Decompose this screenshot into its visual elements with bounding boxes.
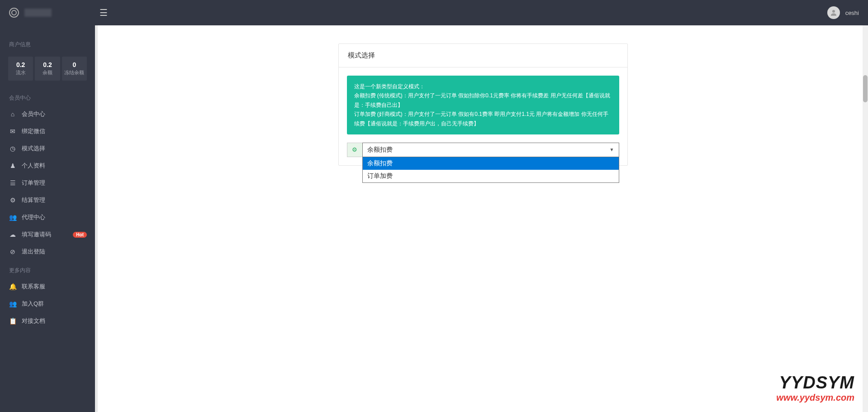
gear-icon: ⚙: [347, 143, 362, 157]
nav-logout[interactable]: ⊘退出登陆: [0, 243, 95, 260]
cogs-icon: ⚙: [9, 196, 16, 204]
nav-docs[interactable]: 📋对接文档: [0, 312, 95, 330]
group-icon: 👥: [9, 300, 16, 307]
cloud-icon: ☁: [9, 231, 16, 238]
bell-icon: 🔔: [9, 283, 16, 290]
hot-badge: Hot: [73, 232, 87, 238]
section-more: 更多内容: [0, 263, 95, 278]
stat-frozen[interactable]: 0 冻结余额: [62, 57, 87, 81]
mode-dropdown: 余额扣费 订单加费: [362, 157, 619, 183]
nav-profile[interactable]: ♟个人资料: [0, 157, 95, 174]
home-icon: ⌂: [9, 110, 16, 118]
main-content: 模式选择 这是一个新类型自定义模式： 余额扣费 (传统模式)：用户支付了一元订单…: [95, 25, 868, 412]
panel-title: 模式选择: [339, 44, 627, 67]
nav-support[interactable]: 🔔联系客服: [0, 278, 95, 295]
stat-flow[interactable]: 0.2 流水: [8, 57, 33, 81]
logo-area: [9, 8, 95, 18]
user-name: ceshi: [845, 10, 859, 16]
info-alert: 这是一个新类型自定义模式： 余额扣费 (传统模式)：用户支付了一元订单 假如扣除…: [347, 76, 619, 134]
top-header: ☰ ceshi: [0, 0, 868, 25]
chevron-down-icon: ▼: [610, 147, 614, 152]
wechat-icon: ✉: [9, 128, 16, 135]
nav-agent[interactable]: 👥代理中心: [0, 209, 95, 226]
svg-point-0: [832, 10, 835, 13]
paste-icon: 📋: [9, 317, 16, 325]
nav-qgroup[interactable]: 👥加入Q群: [0, 295, 95, 312]
nav-member-center[interactable]: ⌂会员中心: [0, 105, 95, 123]
mode-select[interactable]: 余额扣费 ▼: [362, 143, 619, 157]
logo-text: [24, 9, 52, 17]
section-merchant: 商户信息: [0, 37, 95, 52]
option-balance-fee[interactable]: 余额扣费: [363, 157, 619, 170]
nav-bind-wechat[interactable]: ✉绑定微信: [0, 123, 95, 140]
select-value: 余额扣费: [367, 146, 393, 154]
option-order-fee[interactable]: 订单加费: [363, 170, 619, 182]
user-icon: ♟: [9, 162, 16, 169]
sidebar: 商户信息 0.2 流水 0.2 余额 0 冻结余额 会员中心 ⌂会员中心 ✉绑定…: [0, 25, 95, 412]
avatar: [827, 6, 840, 19]
users-icon: 👥: [9, 214, 16, 221]
nav-settlement[interactable]: ⚙结算管理: [0, 192, 95, 209]
section-member: 会员中心: [0, 91, 95, 105]
nav-invite-code[interactable]: ☁填写邀请码Hot: [0, 226, 95, 243]
ban-icon: ⊘: [9, 248, 16, 255]
clock-icon: ◷: [9, 145, 16, 152]
scrollbar[interactable]: [863, 25, 868, 412]
nav-orders[interactable]: ☰订单管理: [0, 174, 95, 192]
panel-body: 这是一个新类型自定义模式： 余额扣费 (传统模式)：用户支付了一元订单 假如扣除…: [339, 67, 627, 165]
scrollbar-thumb[interactable]: [863, 75, 868, 102]
menu-toggle-icon[interactable]: ☰: [100, 7, 108, 18]
select-wrap: 余额扣费 ▼ 余额扣费 订单加费: [362, 143, 619, 157]
stat-balance[interactable]: 0.2 余额: [35, 57, 60, 81]
target-icon: [9, 8, 19, 18]
list-icon: ☰: [9, 179, 16, 187]
nav-mode-select[interactable]: ◷模式选择: [0, 140, 95, 157]
user-area[interactable]: ceshi: [827, 6, 859, 19]
select-row: ⚙ 余额扣费 ▼ 余额扣费 订单加费: [347, 143, 619, 157]
stat-boxes: 0.2 流水 0.2 余额 0 冻结余额: [0, 52, 95, 88]
mode-panel: 模式选择 这是一个新类型自定义模式： 余额扣费 (传统模式)：用户支付了一元订单…: [338, 43, 628, 166]
